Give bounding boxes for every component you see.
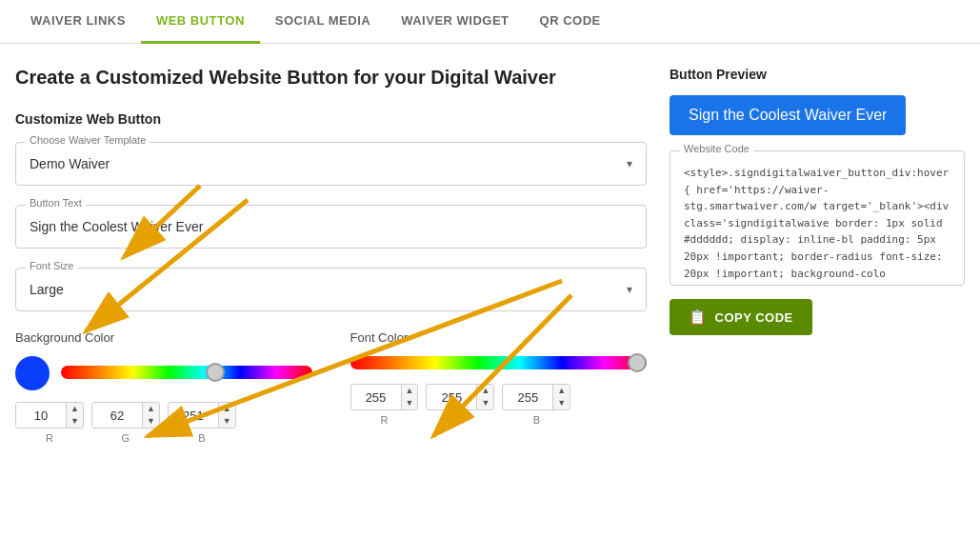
font-r-down[interactable]: ▼	[402, 397, 418, 409]
bg-g-input[interactable]	[92, 405, 142, 427]
font-b-input[interactable]	[503, 387, 552, 409]
bg-r-up[interactable]: ▲	[67, 403, 83, 415]
font-g-up[interactable]: ▲	[477, 385, 493, 397]
bg-r-label: R	[46, 432, 53, 444]
font-b-up[interactable]: ▲	[553, 385, 570, 397]
font-color-preview-row	[350, 356, 648, 372]
bg-g-label: G	[122, 432, 130, 444]
background-color-label: Background Color	[15, 330, 312, 345]
bg-slider-wrapper	[61, 366, 312, 382]
bg-g-field: ▲ ▼ G	[91, 402, 160, 444]
button-text-input[interactable]	[16, 206, 646, 248]
bg-b-down[interactable]: ▼	[219, 415, 235, 428]
bg-color-preview-row	[15, 356, 312, 390]
right-panel: Button Preview Sign the Coolest Waiver E…	[670, 67, 965, 444]
bg-b-label: B	[198, 432, 205, 444]
background-color-circle	[15, 356, 50, 390]
left-panel: Create a Customized Website Button for y…	[15, 67, 647, 444]
preview-button[interactable]: Sign the Coolest Waiver Ever	[670, 95, 906, 135]
bg-b-field: ▲ ▼ B	[168, 402, 236, 444]
nav-tab-social-media[interactable]: SOCIAL MEDIA	[260, 0, 386, 44]
nav-tabs: WAIVER LINKSWEB BUTTONSOCIAL MEDIAWAIVER…	[0, 0, 980, 44]
nav-tab-qr-code[interactable]: QR CODE	[525, 0, 616, 44]
background-color-slider[interactable]	[61, 366, 312, 379]
code-box-wrapper: Website Code <style>.signdigitalwaiver_b…	[670, 150, 965, 286]
bg-rgb-inputs: ▲ ▼ R ▲ ▼	[15, 402, 312, 444]
font-g-input[interactable]	[427, 387, 476, 409]
copy-icon: 📋	[689, 309, 708, 326]
bg-g-down[interactable]: ▼	[143, 415, 159, 428]
bg-g-up[interactable]: ▲	[143, 403, 159, 415]
font-g-field: ▲ ▼ G	[426, 384, 494, 426]
nav-tab-web-button[interactable]: WEB BUTTON	[141, 0, 260, 44]
font-r-input[interactable]	[351, 387, 401, 409]
font-size-select[interactable]: Large Small Medium Extra Large	[16, 269, 646, 310]
font-g-label: G	[456, 414, 465, 426]
code-box: <style>.signdigitalwaiver_button_div:hov…	[670, 151, 964, 285]
font-r-up[interactable]: ▲	[402, 385, 418, 397]
background-color-group: Background Color ▲ ▼	[15, 330, 312, 444]
bg-r-field: ▲ ▼ R	[15, 402, 84, 444]
button-text-label: Button Text	[26, 197, 86, 209]
font-g-down[interactable]: ▼	[477, 397, 493, 409]
bg-b-up[interactable]: ▲	[219, 403, 235, 415]
page-title: Create a Customized Website Button for y…	[15, 67, 647, 89]
customize-section-label: Customize Web Button	[15, 111, 647, 127]
bg-r-input[interactable]	[16, 405, 66, 427]
font-b-label: B	[533, 414, 540, 426]
waiver-template-label: Choose Waiver Template	[26, 134, 150, 146]
font-color-slider[interactable]	[350, 356, 648, 369]
code-box-label: Website Code	[680, 143, 753, 154]
nav-tab-waiver-widget[interactable]: WAIVER WIDGET	[386, 0, 524, 44]
font-r-label: R	[380, 414, 388, 426]
bg-r-down[interactable]: ▼	[67, 415, 83, 428]
font-rgb-inputs: ▲ ▼ R ▲ ▼	[350, 384, 648, 426]
font-slider-wrapper	[350, 356, 648, 372]
copy-code-label: COPY CODE	[715, 310, 793, 325]
button-text-group: Button Text	[15, 205, 647, 249]
font-r-field: ▲ ▼ R	[350, 384, 419, 426]
waiver-template-select[interactable]: Demo Waiver	[16, 143, 646, 185]
waiver-template-group: Choose Waiver Template Demo Waiver ▾	[15, 142, 647, 186]
font-color-label: Font Color	[350, 330, 648, 345]
font-b-field: ▲ ▼ B	[502, 384, 570, 426]
font-color-group: Font Color ▲ ▼	[350, 330, 648, 444]
copy-code-button[interactable]: 📋 COPY CODE	[670, 299, 812, 335]
font-b-down[interactable]: ▼	[553, 397, 570, 409]
color-section: Background Color ▲ ▼	[15, 330, 647, 444]
bg-b-input[interactable]	[169, 405, 218, 427]
preview-label: Button Preview	[670, 67, 965, 82]
font-size-group: Font Size Large Small Medium Extra Large…	[15, 268, 647, 311]
nav-tab-waiver-links[interactable]: WAIVER LINKS	[15, 0, 141, 44]
font-size-label: Font Size	[26, 260, 77, 271]
